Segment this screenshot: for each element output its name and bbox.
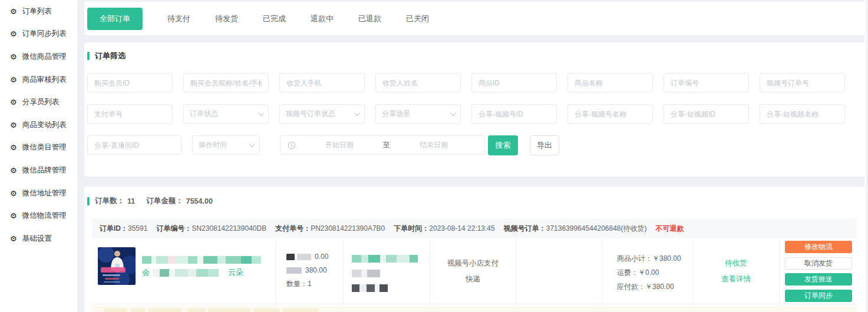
order-no-input[interactable] [664,73,749,92]
receiver-name-input[interactable] [375,73,461,92]
filter-row-3: 操作时间 开始日期 至 结束日期 搜索 导出 [87,135,863,155]
order-filter-panel: 订单筛选 订单状态 视频号订单状态 分享场景 操作时间 [84,42,866,177]
order-sn-value: SN23081422139040DB [192,224,266,233]
sidebar-item-wechat-brand-mgmt[interactable]: ⚙微信品牌管理 [0,159,77,182]
share-liveroom-id-input[interactable] [87,135,181,155]
order-header: 订单ID：35591 订单编号：SN23081422139040DB 支付单号：… [92,218,857,238]
gear-icon: ⚙ [10,121,17,129]
sale-price-redacted: 380.00 [286,264,328,277]
view-detail-link[interactable]: 查看详情 [721,274,751,284]
payment-method: 视频号小店支付 [447,258,499,268]
sidebar-item-label: 微信地址管理 [22,188,67,198]
sidebar-item-sharer-list[interactable]: ⚙分享员列表 [0,91,77,114]
order-amount-value: 7554.00 [186,197,213,205]
product-name-input[interactable] [567,73,653,92]
order-list-panel: 订单数： 11 订单金额： 7554.00 订单ID：35591 订单编号：SN… [84,187,866,312]
edit-logistics-button[interactable]: 修改物流 [785,241,852,253]
tab-pending-shipment[interactable]: 待发货 [215,14,238,24]
start-date-input[interactable]: 开始日期 [296,140,383,150]
sidebar-item-wechat-product-mgmt[interactable]: ⚙微信商品管理 [0,45,77,68]
chevron-down-icon [450,110,456,116]
order-sync-button[interactable]: 订单同步 [785,290,852,302]
sidebar-item-order-sync-list[interactable]: ⚙订单同步列表 [0,23,77,46]
sidebar-item-label: 微信物流管理 [22,211,67,221]
order-count-value: 11 [127,197,135,205]
select-placeholder: 视频号订单状态 [286,109,335,119]
clock-icon [288,141,296,150]
channel-order-status-select[interactable]: 视频号订单状态 [279,104,365,124]
order-summary: 订单数： 11 订单金额： 7554.00 [87,196,213,206]
order-time-value: 2023-08-14 22:13:45 [429,224,494,233]
sidebar-item-label: 订单同步列表 [22,29,67,39]
select-placeholder: 分享场景 [382,109,410,119]
totals-cell: 商品小计：￥380.00 运费：￥0.00 应付款：￥380.00 [602,238,692,304]
no-refund-badge: 不可退款 [656,224,684,234]
payable-value: ￥380.00 [645,283,674,291]
share-scene-select[interactable]: 分享场景 [375,104,461,124]
sidebar-item-label: 订单列表 [22,6,52,16]
delivery-method: 快递 [466,274,480,284]
buyer-member-info-input[interactable] [183,73,269,92]
sidebar-item-wechat-address-mgmt[interactable]: ⚙微信地址管理 [0,182,77,205]
order-status-tabbar: 全部订单 待支付 待发货 已完成 退款中 已退款 已关闭 [84,2,866,35]
buyer-member-id-input[interactable] [87,73,173,92]
select-placeholder: 订单状态 [190,109,218,119]
product-name-redacted: 会 云朵 [142,255,270,281]
buyer-info-redacted [352,254,418,298]
sidebar-item-order-list[interactable]: ⚙订单列表 [0,0,77,23]
share-channel-name-input[interactable] [567,104,653,124]
channel-order-no-input[interactable] [760,73,845,92]
receiver-phone-input[interactable] [279,73,365,92]
sidebar-item-label: 微信商品管理 [22,52,67,62]
op-time-select[interactable]: 操作时间 [192,135,260,155]
end-date-input[interactable]: 结束日期 [390,140,477,150]
export-button[interactable]: 导出 [530,135,559,155]
filter-title-text: 订单筛选 [95,51,126,61]
product-id-input[interactable] [471,73,557,92]
actions-cell: 修改物流 取消发货 发货推送 订单同步 [779,238,857,304]
payment-no-input[interactable] [87,104,173,124]
tab-all-orders[interactable]: 全部订单 [87,8,143,30]
sidebar-item-label: 分享员列表 [22,97,60,107]
price-cell: 0.00 380.00 数量：1 [275,238,343,304]
sidebar-item-wechat-logistics-mgmt[interactable]: ⚙微信物流管理 [0,204,77,227]
channel-order-value: 3713639964544206848(待收货) [546,224,647,233]
product-name-fragment: 云朵 [228,268,243,277]
tab-completed[interactable]: 已完成 [263,14,286,24]
sidebar-item-wechat-category-mgmt[interactable]: ⚙微信类目管理 [0,137,77,160]
status-cell: 待收货 查看详情 [692,238,779,304]
sidebar: ⚙订单列表 ⚙订单同步列表 ⚙微信商品管理 ⚙商品审核列表 ⚙分享员列表 ⚙商品… [0,0,77,312]
date-range-picker[interactable]: 开始日期 至 结束日期 [280,135,485,155]
main-content: 全部订单 待支付 待发货 已完成 退款中 已退款 已关闭 订单筛选 订单状态 视… [84,0,866,312]
tab-refunding[interactable]: 退款中 [311,14,334,24]
sidebar-item-label: 微信品牌管理 [22,165,67,175]
search-button[interactable]: 搜索 [488,135,518,155]
gear-icon: ⚙ [10,53,17,61]
sidebar-item-product-audit-list[interactable]: ⚙商品审核列表 [0,68,77,91]
sidebar-item-product-change-list[interactable]: ⚙商品变动列表 [0,114,77,137]
order-id-value: 35591 [128,224,147,233]
sidebar-item-basic-settings[interactable]: ⚙基础设置 [0,227,77,250]
ship-push-button[interactable]: 发货推送 [785,273,852,286]
gear-icon: ⚙ [10,235,17,243]
filter-row-2: 订单状态 视频号订单状态 分享场景 [87,104,845,124]
gear-icon: ⚙ [10,8,17,15]
gear-icon: ⚙ [10,144,17,151]
tab-pending-payment[interactable]: 待支付 [167,14,190,24]
tab-closed[interactable]: 已关闭 [406,14,429,24]
filter-row-1 [87,73,845,92]
cancel-shipment-button[interactable]: 取消发货 [785,257,852,270]
order-status-select[interactable]: 订单状态 [183,104,269,124]
gear-icon: ⚙ [10,212,17,220]
sidebar-item-label: 微信类目管理 [22,142,67,152]
date-separator: 至 [383,140,390,150]
share-video-id-input[interactable] [664,104,749,124]
share-channel-id-input[interactable] [471,104,557,124]
product-name-fragment: 会 [142,268,150,277]
chevron-down-icon [354,110,360,116]
order-amount-label: 订单金额： [146,196,183,206]
scrollbar[interactable] [864,0,866,312]
tab-refunded[interactable]: 已退款 [358,14,381,24]
order-row: 会 云朵 0.00 380.00 数量：1 [92,238,857,304]
share-video-name-input[interactable] [760,104,845,124]
